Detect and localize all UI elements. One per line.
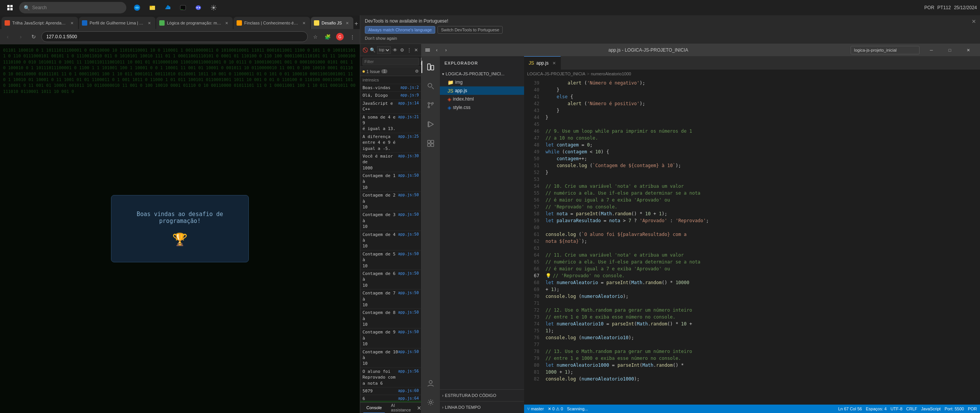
errors-status[interactable]: ✕ 0 ⚠ 0 <box>548 406 563 411</box>
project-header[interactable]: ▾ LOGICA-JS-PROJETO_INICI... <box>440 70 524 78</box>
line-num-82: 82 <box>524 376 542 382</box>
editor-tab-appjs[interactable]: JS app.js ✕ <box>524 56 561 70</box>
entry-0-link[interactable]: app.js:2 <box>400 85 419 91</box>
terminal-icon[interactable]: _ <box>176 1 190 15</box>
match-language-button[interactable]: Always match Chrome's language <box>365 26 435 34</box>
discord-icon[interactable] <box>191 1 205 15</box>
edge-icon[interactable] <box>130 1 144 15</box>
entry-17-link[interactable]: app.js:60 <box>398 388 419 394</box>
minimize-button[interactable]: ─ <box>923 44 940 56</box>
ai-assistance-tab[interactable]: AI assistance <box>388 403 414 413</box>
tree-item-stylecss[interactable]: ◈ style.css <box>440 103 524 112</box>
profile-icon[interactable]: G <box>335 31 345 42</box>
entry-15-link[interactable]: app.js:50 <box>398 349 419 367</box>
entry-3-link[interactable]: app.js:21 <box>398 114 419 132</box>
breadcrumb-project[interactable]: LOGICA-JS-PROJETO_INICIA <box>527 72 585 76</box>
code-structure-header[interactable]: › ESTRUTURA DO CÓDIGO <box>440 391 524 400</box>
ban-icon[interactable]: 🚫 <box>363 46 368 55</box>
entry-7-link[interactable]: app.js:50 <box>398 192 419 210</box>
explorer-activity-icon[interactable] <box>421 58 440 76</box>
tab-4[interactable]: Finclass | Conhecimento é dinh... ✕ <box>234 17 310 29</box>
switch-devtools-button[interactable]: Switch DevTools to Portuguese <box>438 26 503 34</box>
eol-status[interactable]: CRLF <box>906 406 917 411</box>
entry-14-link[interactable]: app.js:50 <box>398 329 419 347</box>
git-branch-status[interactable]: ⑂ master <box>527 406 544 411</box>
tree-item-img[interactable]: 📁 img <box>440 78 524 86</box>
tree-item-indexhtml[interactable]: ◈ index.html <box>440 95 524 103</box>
reload-button[interactable]: ↻ <box>28 31 39 42</box>
close-devtools-icon[interactable]: ✕ <box>413 46 419 55</box>
timeline-header[interactable]: › LINHA DO TEMPO <box>440 403 524 411</box>
account-activity-icon[interactable] <box>421 374 440 392</box>
tree-item-appjs[interactable]: JS app.js <box>440 86 524 95</box>
new-tab-button[interactable]: + <box>354 18 358 29</box>
tab-5[interactable]: Desafio JS ✕ <box>311 17 353 29</box>
menu-icon[interactable]: ⋮ <box>347 31 358 42</box>
tab-2-close[interactable]: ✕ <box>146 20 152 26</box>
maximize-button[interactable]: □ <box>941 44 959 56</box>
code-area[interactable]: alert ('Número é negativo'); } else { al… <box>542 78 980 405</box>
breadcrumb-symbol[interactable]: numeroAleatorio1000 <box>591 72 631 76</box>
port-status[interactable]: Port: 5500 <box>944 406 964 411</box>
tab-3-close[interactable]: ✕ <box>224 20 230 26</box>
entry-16-link[interactable]: app.js:56 <box>398 369 419 386</box>
entry-6-link[interactable]: app.js:50 <box>398 173 419 190</box>
vscode-search-input[interactable] <box>851 46 920 54</box>
eye-icon[interactable]: 👁 <box>392 46 398 55</box>
editor-tab-close-icon[interactable]: ✕ <box>552 61 556 66</box>
vscode-taskbar-icon[interactable] <box>161 1 175 15</box>
lang-code-status[interactable]: POR <box>968 406 977 411</box>
extensions-activity-icon[interactable] <box>421 134 440 153</box>
explorer-icon[interactable] <box>145 1 159 15</box>
entry-13-link[interactable]: app.js:50 <box>398 310 419 327</box>
star-icon[interactable]: ☆ <box>310 31 321 42</box>
line-col-status[interactable]: Ln 67 Col 56 <box>838 406 862 411</box>
issue-settings-icon[interactable]: ⚙ <box>415 69 419 74</box>
taskbar-search[interactable]: 🔍 Search <box>19 2 126 13</box>
encoding-status[interactable]: UTF-8 <box>890 406 902 411</box>
tab-1[interactable]: Trilha JavaScript: Aprenda tud... ✕ <box>2 17 78 29</box>
run-activity-icon[interactable] <box>421 115 440 133</box>
entry-8-link[interactable]: app.js:50 <box>398 212 419 229</box>
tab-5-close[interactable]: ✕ <box>344 20 350 26</box>
address-input[interactable] <box>41 31 308 42</box>
entry-18-link[interactable]: app.js:64 <box>398 396 419 401</box>
back-nav-icon[interactable]: ‹ <box>434 47 440 53</box>
language-status[interactable]: JavaScript <box>921 406 941 411</box>
filter-input[interactable] <box>363 58 419 65</box>
close-button[interactable]: ✕ <box>959 44 977 56</box>
settings-icon[interactable]: ⚙ <box>399 46 405 55</box>
line-num-40: 40 <box>524 86 542 93</box>
entry-4-link[interactable]: app.js:25 <box>398 134 419 151</box>
entry-12-link[interactable]: app.js:50 <box>398 290 419 308</box>
entry-12: Contagem de 7 à10 app.js:50 <box>360 289 421 309</box>
entry-9-link[interactable]: app.js:50 <box>398 232 419 249</box>
notification-close-button[interactable]: ✕ <box>970 18 978 25</box>
console-tab[interactable]: Console <box>363 403 385 413</box>
tab-3[interactable]: Lógica de programação: merg... ✕ <box>156 17 233 29</box>
back-button[interactable]: ‹ <box>2 31 13 42</box>
start-button[interactable] <box>3 1 17 15</box>
git-activity-icon[interactable] <box>421 96 440 114</box>
entry-10-link[interactable]: app.js:50 <box>398 251 419 269</box>
top-frame-select[interactable]: top <box>377 46 391 54</box>
entry-5-link[interactable]: app.js:30 <box>398 153 419 171</box>
entry-1-link[interactable]: app.js:9 <box>400 93 419 98</box>
entry-11-link[interactable]: app.js:50 <box>398 271 419 288</box>
devtools-close-button[interactable]: ✕ <box>417 405 421 411</box>
extensions-icon[interactable]: 🧩 <box>322 31 333 42</box>
tab-2[interactable]: Perfil de Guilherme Lima | Alu... ✕ <box>79 17 155 29</box>
search-activity-icon[interactable] <box>421 77 440 95</box>
dots-icon[interactable]: ⋮ <box>407 46 412 55</box>
settings-activity-icon[interactable] <box>421 393 440 411</box>
tab-4-close[interactable]: ✕ <box>301 20 307 26</box>
entry-2-link[interactable]: app.js:14 <box>398 101 419 112</box>
tab-1-close[interactable]: ✕ <box>69 20 75 26</box>
forward-button[interactable]: › <box>15 31 26 42</box>
dont-show-button[interactable]: Don't show again <box>365 36 975 41</box>
spaces-status[interactable]: Espaços: 4 <box>866 406 887 411</box>
forward-nav-icon[interactable]: › <box>443 47 449 53</box>
vscode-menu-icon[interactable] <box>425 47 431 53</box>
filter-icon[interactable]: 🔍 <box>370 46 376 55</box>
settings-icon[interactable] <box>207 1 220 15</box>
